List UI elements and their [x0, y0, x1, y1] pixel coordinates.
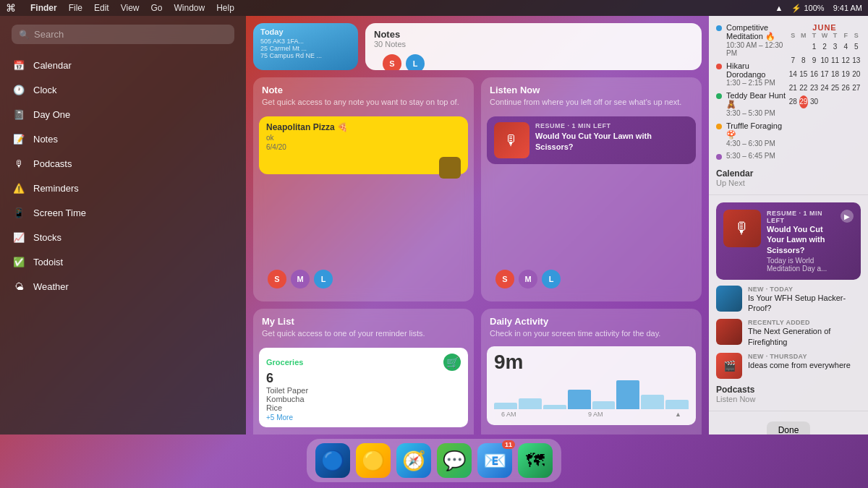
sidebar-item-stocks[interactable]: 📈 Stocks	[0, 225, 246, 249]
done-button[interactable]: Done	[767, 421, 811, 435]
rp-podcast-thumb-3: 🎬	[716, 353, 742, 379]
note-card[interactable]: Neapolitan Pizza 🍕 ok 6/4/20	[259, 116, 468, 174]
menu-app-name[interactable]: Finder	[30, 3, 57, 13]
activity-axis: 6 AM 9 AM ▲	[494, 409, 689, 419]
rp-podcast-thumb-1	[716, 286, 742, 312]
menu-help[interactable]: Help	[216, 3, 234, 13]
sidebar-label-dayone: Day One	[33, 109, 70, 120]
bar-3	[543, 405, 566, 410]
listen-now-header: Listen Now Continue from where you left …	[481, 77, 702, 111]
notes-count: 30 Notes	[374, 40, 693, 48]
avatar-M-listen: M	[519, 270, 537, 288]
calendar-icon: 📅	[12, 58, 26, 72]
menu-wifi-icon[interactable]: ▲	[775, 4, 783, 12]
bar-5	[592, 401, 616, 409]
rp-podcast-info-1: NEW · TODAY Is Your WFH Setup Hacker-Pro…	[748, 286, 861, 314]
today-label: Today	[260, 27, 351, 36]
dayone-icon: 📓	[12, 107, 26, 121]
rp-podcast-list-item-3[interactable]: 🎬 NEW · THURSDAY Ideas come from everywh…	[716, 353, 861, 379]
sidebar-item-dayone[interactable]: 📓 Day One	[0, 102, 246, 127]
daily-activity-widget: Daily Activity Check in on your screen t…	[481, 309, 702, 435]
menu-edit[interactable]: Edit	[94, 3, 109, 13]
podcast-card-title: Would You Cut Your Lawn with Scissors?	[535, 131, 689, 152]
avatar-M-note: M	[291, 270, 310, 288]
notes-top-widget: Notes 30 Notes S L	[365, 23, 702, 70]
cal-event-4: Truffle Foraging 🍄 4:30 – 6:30 PM	[716, 121, 786, 147]
maps-icon: 🗺	[526, 450, 545, 472]
sidebar-item-calendar[interactable]: 📅 Calendar	[0, 53, 246, 77]
dock-icon-mail[interactable]: 📧 11	[477, 443, 512, 478]
menu-go[interactable]: Go	[151, 3, 163, 13]
screen-time-card: 9m 6 AM 9 AM ▲	[487, 346, 696, 425]
avatar-L-note: L	[314, 270, 333, 288]
podcast-resume-badge: RESUME · 1 MIN LEFT	[535, 122, 689, 129]
mail-badge: 11	[502, 440, 515, 449]
rp-mini-calendar: JUNE S M T W T F S 1 2 3 4 5	[788, 23, 861, 164]
top-widget-pair: Today 505 AK3 1FA... 25 Carmel Mt ... 75…	[246, 16, 709, 70]
bot-widget-pair: My List Get quick access to one of your …	[246, 309, 709, 435]
groceries-card[interactable]: Groceries 🛒 6 Toilet Paper Kombucha Rice…	[259, 348, 468, 427]
cal-event-5: 5:30 – 6:45 PM	[716, 152, 786, 160]
sidebar-item-todoist[interactable]: ✅ Todoist	[0, 249, 246, 274]
sidebar-label-todoist: Todoist	[33, 257, 63, 267]
cal-event-dot-3	[716, 93, 722, 99]
cal-week-4: 28 29 30	[788, 95, 861, 108]
groceries-item-toilet-paper: Toilet Paper	[266, 386, 461, 395]
rp-podcast-list-item-2[interactable]: RECENTLY ADDED The Next Generation of Fi…	[716, 319, 861, 347]
apple-menu-icon[interactable]: ⌘	[6, 2, 16, 14]
sidebar-item-clock[interactable]: 🕐 Clock	[0, 77, 246, 102]
bar-7	[641, 395, 664, 409]
listen-now-card[interactable]: 🎙 RESUME · 1 MIN LEFT Would You Cut Your…	[487, 116, 696, 164]
dock-icon-launchpad[interactable]: 🟡	[356, 443, 391, 478]
screen-time-value: 9m	[494, 352, 689, 372]
notes-title: Notes	[374, 29, 693, 40]
my-list-widget: My List Get quick access to one of your …	[253, 309, 474, 435]
rp-podcasts-title: Podcasts	[716, 385, 861, 395]
dock-icon-safari[interactable]: 🧭	[396, 443, 431, 478]
cal-event-dot-2	[716, 64, 722, 69]
sidebar: 🔍 📅 Calendar 🕐 Clock 📓 Day One 📝 Notes 🎙…	[0, 16, 246, 435]
cal-week-1: 7 8 9 10 11 12 13	[788, 54, 861, 67]
cal-week-0: 1 2 3 4 5	[788, 40, 861, 53]
sidebar-label-clock: Clock	[33, 85, 57, 95]
reminders-icon: ⚠️	[12, 181, 26, 195]
finder-icon: 🔵	[321, 450, 344, 472]
groceries-more[interactable]: +5 More	[266, 414, 461, 421]
cal-event-text-3: Teddy Bear Hunt 🧸 3:30 – 5:30 PM	[726, 91, 786, 117]
bar-4	[568, 390, 591, 409]
menu-file[interactable]: File	[69, 3, 82, 13]
podcast-card-thumb: 🎙	[494, 122, 529, 158]
groceries-icon: 🛒	[443, 354, 461, 371]
sidebar-item-reminders[interactable]: ⚠️ Reminders	[0, 176, 246, 200]
sidebar-item-notes[interactable]: 📝 Notes	[0, 127, 246, 151]
rp-featured-podcast[interactable]: 🎙 RESUME · 1 MIN LEFT Would You Cut Your…	[716, 202, 861, 280]
today-event-2: 25 Carmel Mt ...	[260, 45, 351, 52]
search-input[interactable]	[34, 29, 227, 40]
notes-widget-content: Notes 30 Notes S L	[365, 23, 702, 70]
note-card-image	[439, 157, 461, 179]
dock-icon-messages[interactable]: 💬	[437, 443, 472, 478]
today-widget-content: Today 505 AK3 1FA... 25 Carmel Mt ... 75…	[253, 23, 358, 64]
dock-icon-finder[interactable]: 🔵	[315, 443, 350, 478]
rp-podcast-play-icon[interactable]: ▶	[841, 210, 854, 223]
note-avatars: S M L	[259, 264, 341, 294]
cal-event-dot-4	[716, 124, 722, 129]
sidebar-item-weather[interactable]: 🌤 Weather	[0, 274, 246, 299]
podcasts-icon: 🎙	[12, 156, 26, 171]
sidebar-label-screentime: Screen Time	[33, 207, 86, 218]
stocks-icon: 📈	[12, 230, 26, 244]
cal-event-1: Competitive Meditation 🔥 10:30 AM – 12:3…	[716, 23, 786, 57]
cal-event-text-1: Competitive Meditation 🔥 10:30 AM – 12:3…	[726, 23, 786, 57]
weather-icon: 🌤	[12, 279, 26, 294]
dock-icon-maps[interactable]: 🗺	[518, 443, 553, 478]
rp-podcasts-subtitle: Listen Now	[716, 395, 861, 403]
search-bar[interactable]: 🔍	[12, 25, 234, 44]
menu-window[interactable]: Window	[174, 3, 205, 13]
bar-6	[616, 380, 639, 410]
sidebar-label-podcasts: Podcasts	[33, 158, 72, 169]
sidebar-item-podcasts[interactable]: 🎙 Podcasts	[0, 151, 246, 176]
mid-widget-pair: Note Get quick access to any note you wa…	[246, 77, 709, 301]
menu-view[interactable]: View	[121, 3, 140, 13]
rp-podcast-list-item-1[interactable]: NEW · TODAY Is Your WFH Setup Hacker-Pro…	[716, 286, 861, 314]
sidebar-item-screentime[interactable]: 📱 Screen Time	[0, 200, 246, 225]
